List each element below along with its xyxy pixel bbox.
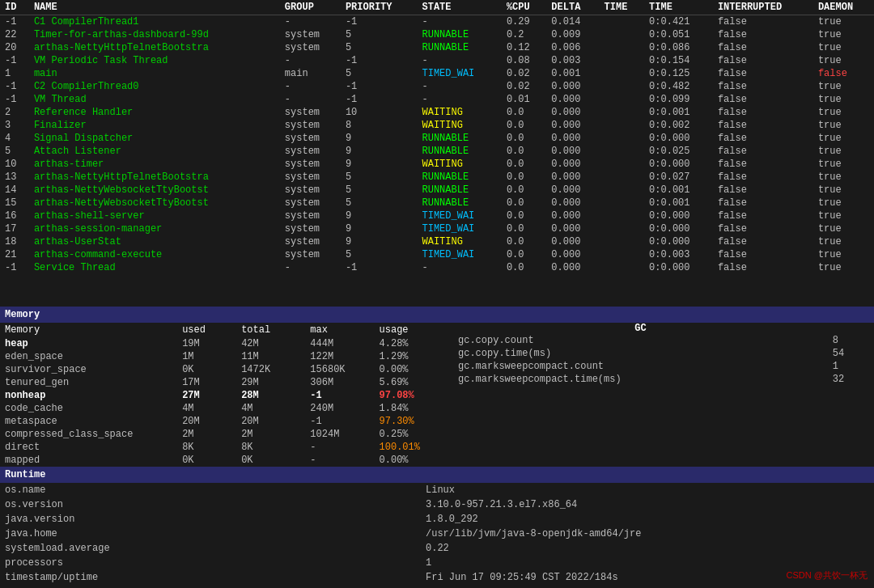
cell-cpu: 0.29 <box>502 15 546 29</box>
table-row: 13 arthas-NettyHttpTelnetBootstra system… <box>0 171 874 184</box>
cell-cpu: 0.0 <box>502 171 546 184</box>
col-state: STATE <box>418 0 502 15</box>
col-time2: TIME <box>644 0 713 15</box>
cell-priority: 5 <box>341 248 418 261</box>
runtime-key: processors <box>0 556 421 570</box>
mem-col-usage: usage <box>375 323 453 337</box>
cell-delta: 0.000 <box>546 261 599 274</box>
mem-used: 1M <box>177 350 236 363</box>
table-row: -1 VM Thread - -1 - 0.01 0.000 0:0.099 f… <box>0 93 874 106</box>
table-row: 2 Reference Handler system 10 WAITING 0.… <box>0 106 874 119</box>
cell-delta: 0.000 <box>546 248 599 261</box>
runtime-section: Runtime os.name Linux os.version 3.10.0-… <box>0 467 874 585</box>
table-row: 3 Finalizer system 8 WAITING 0.0 0.000 0… <box>0 119 874 132</box>
cell-time1 <box>600 184 644 197</box>
mem-max: 444M <box>305 337 374 350</box>
cell-cpu: 0.02 <box>502 67 546 80</box>
cell-id: 22 <box>0 28 29 41</box>
col-cpu: %CPU <box>502 0 546 15</box>
cell-interrupted: false <box>713 106 813 119</box>
cell-delta: 0.001 <box>546 67 599 80</box>
cell-state: RUNNABLE <box>418 184 502 197</box>
mem-max: 306M <box>305 376 374 389</box>
mem-total: 28M <box>236 389 305 402</box>
cell-id: 18 <box>0 235 29 248</box>
cell-id: -1 <box>0 15 29 29</box>
cell-delta: 0.000 <box>546 222 599 235</box>
memory-row: compressed_class_space 2M 2M 1024M 0.25% <box>0 428 453 441</box>
runtime-row: os.name Linux <box>0 483 874 497</box>
mem-name: metaspace <box>0 415 177 428</box>
cell-state: WAITING <box>418 119 502 132</box>
table-row: 4 Signal Dispatcher system 9 RUNNABLE 0.… <box>0 132 874 145</box>
mem-used: 17M <box>177 376 236 389</box>
memory-row: direct 8K 8K - 100.01% <box>0 441 453 454</box>
cell-id: 15 <box>0 197 29 209</box>
cell-delta: 0.000 <box>546 158 599 171</box>
cell-state: WAITING <box>418 158 502 171</box>
cell-name: Signal Dispatcher <box>29 132 280 145</box>
cell-state: RUNNABLE <box>418 41 502 54</box>
cell-delta: 0.014 <box>546 15 599 29</box>
cell-state: TIMED_WAI <box>418 222 502 235</box>
cell-cpu: 0.0 <box>502 209 546 222</box>
mem-used: 19M <box>177 337 236 350</box>
gc-value: 32 <box>828 373 874 386</box>
memory-row: nonheap 27M 28M -1 97.08% <box>0 389 453 402</box>
memory-row: eden_space 1M 11M 122M 1.29% <box>0 350 453 363</box>
cell-group: - <box>280 80 341 93</box>
cell-time1 <box>600 197 644 209</box>
cell-time2: 0:0.051 <box>644 28 713 41</box>
cell-interrupted: false <box>713 184 813 197</box>
mem-usage: 1.84% <box>375 402 453 415</box>
cell-group: system <box>280 132 341 145</box>
cell-group: - <box>280 93 341 106</box>
cell-cpu: 0.0 <box>502 132 546 145</box>
cell-priority: -1 <box>341 54 418 67</box>
cell-group: system <box>280 235 341 248</box>
cell-daemon: true <box>813 235 874 248</box>
cell-time1 <box>600 28 644 41</box>
cell-priority: 8 <box>341 119 418 132</box>
cell-time1 <box>600 171 644 184</box>
cell-name: arthas-shell-server <box>29 209 280 222</box>
cell-time2: 0:0.482 <box>644 80 713 93</box>
mem-usage: 0.00% <box>375 454 453 467</box>
cell-delta: 0.000 <box>546 235 599 248</box>
cell-interrupted: false <box>713 93 813 106</box>
cell-priority: 9 <box>341 132 418 145</box>
cell-time2: 0:0.086 <box>644 41 713 54</box>
gc-key: gc.marksweepcompact.time(ms) <box>453 373 828 386</box>
memory-row: code_cache 4M 4M 240M 1.84% <box>0 402 453 415</box>
cell-daemon: true <box>813 184 874 197</box>
runtime-table: os.name Linux os.version 3.10.0-957.21.3… <box>0 483 874 585</box>
cell-group: system <box>280 171 341 184</box>
cell-delta: 0.000 <box>546 132 599 145</box>
cell-time2: 0:0.125 <box>644 67 713 80</box>
mem-name: nonheap <box>0 389 177 402</box>
cell-name: main <box>29 67 280 80</box>
cell-time2: 0:0.000 <box>644 222 713 235</box>
runtime-row: java.home /usr/lib/jvm/java-8-openjdk-am… <box>0 527 874 541</box>
cell-id: 3 <box>0 119 29 132</box>
runtime-key: os.name <box>0 483 421 497</box>
cell-group: system <box>280 145 341 158</box>
table-row: -1 C1 CompilerThread1 - -1 - 0.29 0.014 … <box>0 15 874 29</box>
cell-time2: 0:0.003 <box>644 248 713 261</box>
cell-interrupted: false <box>713 80 813 93</box>
cell-name: Timer-for-arthas-dashboard-99d <box>29 28 280 41</box>
cell-id: -1 <box>0 93 29 106</box>
runtime-value: 0.22 <box>421 541 874 556</box>
cell-name: arthas-timer <box>29 158 280 171</box>
cell-state: - <box>418 15 502 29</box>
cell-state: TIMED_WAI <box>418 67 502 80</box>
table-row: 22 Timer-for-arthas-dashboard-99d system… <box>0 28 874 41</box>
cell-name: arthas-NettyHttpTelnetBootstra <box>29 171 280 184</box>
memory-row: tenured_gen 17M 29M 306M 5.69% <box>0 376 453 389</box>
mem-max: -1 <box>305 389 374 402</box>
table-row: -1 VM Periodic Task Thread - -1 - 0.08 0… <box>0 54 874 67</box>
cell-cpu: 0.02 <box>502 80 546 93</box>
cell-interrupted: false <box>713 171 813 184</box>
cell-interrupted: false <box>713 54 813 67</box>
gc-row: gc.marksweepcompact.time(ms) 32 <box>453 373 874 386</box>
